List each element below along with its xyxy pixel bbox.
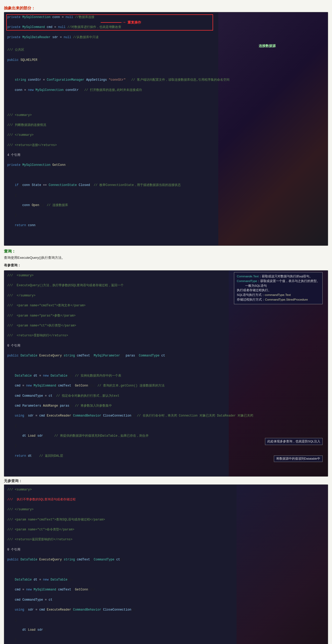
query-desc1: 查询使用ExecuteQuery()执行查询方法。 <box>4 255 328 261</box>
main-content: 抽象出来的部分： private MySqlConnection conn = … <box>0 0 332 644</box>
section-abstract: 抽象出来的部分： private MySqlConnection conn = … <box>4 6 328 246</box>
no-params-query-block: /// <summary> /// 执行不带参数的SQL查询语句或者存储过程 /… <box>4 484 328 644</box>
section-abstract-label: 抽象出来的部分： <box>4 6 328 11</box>
section-query-label: 查询： <box>4 249 328 254</box>
query-with-params-block: Commande.Text：获取或这只对数据与执行的sql语句。 Command… <box>4 270 328 477</box>
abstract-code-block: private MySqlConnection conn = null;//数据… <box>4 12 328 246</box>
query-desc2: 有参查询： <box>4 263 328 268</box>
section-query: 查询： 查询使用ExecuteQuery()执行查询方法。 有参查询： Comm… <box>4 249 328 644</box>
no-params-query-label: 无参查询： <box>4 479 328 483</box>
